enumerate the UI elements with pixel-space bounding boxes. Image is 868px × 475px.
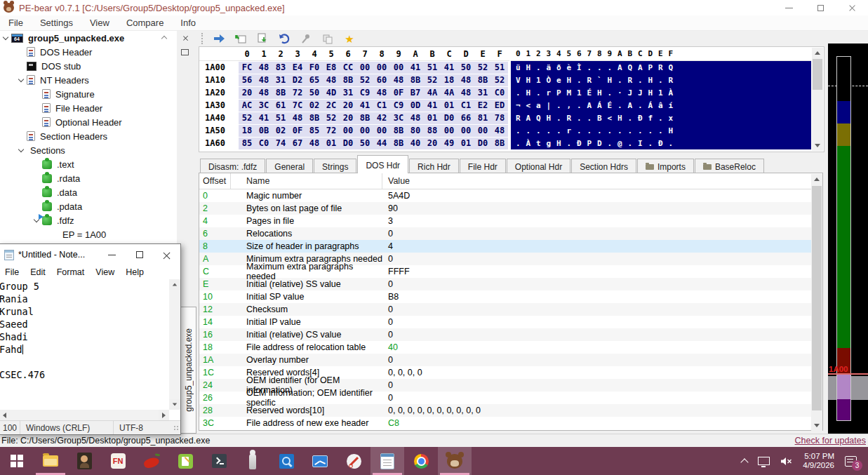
ascii-char-cell[interactable]: H bbox=[544, 114, 554, 123]
ascii-char-cell[interactable]: R bbox=[625, 76, 636, 85]
hex-byte-cell[interactable]: AC bbox=[239, 100, 255, 110]
hex-byte-cell[interactable]: 20 bbox=[424, 138, 441, 148]
hex-byte-cell[interactable]: 8B bbox=[306, 113, 323, 123]
notepad-menu-help[interactable]: Help bbox=[120, 267, 149, 277]
table-row-reserved-words-10[interactable]: 28Reserved words[10]0, 0, 0, 0, 0, 0, 0,… bbox=[199, 404, 822, 417]
hex-byte-cell[interactable]: 48 bbox=[255, 88, 272, 98]
ascii-char-cell[interactable]: D bbox=[594, 139, 605, 148]
ascii-char-cell[interactable]: P bbox=[554, 88, 564, 98]
ascii-char-cell[interactable]: . bbox=[585, 114, 595, 123]
ascii-char-cell[interactable]: 1 bbox=[655, 88, 666, 98]
ascii-char-cell[interactable]: . bbox=[544, 126, 554, 135]
hex-byte-cell[interactable]: 60 bbox=[373, 75, 390, 85]
hex-byte-cell[interactable]: 00 bbox=[441, 126, 458, 135]
ascii-char-cell[interactable]: H bbox=[564, 76, 575, 85]
ascii-char-cell[interactable]: A bbox=[585, 101, 595, 110]
hex-byte-cell[interactable]: 20 bbox=[340, 100, 356, 110]
hex-byte-cell[interactable]: 0B bbox=[255, 126, 272, 135]
ascii-char-cell[interactable]: . bbox=[574, 76, 585, 85]
hex-byte-cell[interactable]: 52 bbox=[323, 113, 340, 123]
hex-byte-cell[interactable]: 65 bbox=[306, 75, 323, 85]
clock[interactable]: 5:07 PM 4/9/2026 bbox=[803, 452, 834, 470]
hex-body[interactable]: 1A00FC4883E4F0E8CC0000004151415052511A10… bbox=[199, 61, 509, 149]
table-row-checksum[interactable]: 12Checksum0 bbox=[199, 303, 822, 316]
ascii-char-cell[interactable]: Ð bbox=[655, 139, 666, 148]
ascii-char-cell[interactable]: J bbox=[635, 88, 646, 98]
taskbar-chrome-icon[interactable] bbox=[404, 447, 438, 475]
ascii-char-cell[interactable]: . bbox=[554, 126, 564, 135]
hex-byte-cell[interactable]: 3C bbox=[255, 100, 272, 110]
ascii-char-cell[interactable]: P bbox=[585, 139, 595, 148]
hex-byte-cell[interactable]: C1 bbox=[373, 100, 390, 110]
hex-byte-cell[interactable]: 8B bbox=[390, 126, 407, 135]
notepad-menu-format[interactable]: Format bbox=[51, 267, 91, 277]
taskbar-notepad-plus-icon[interactable] bbox=[168, 447, 202, 475]
menu-info[interactable]: Info bbox=[172, 18, 204, 28]
ascii-char-cell[interactable]: H bbox=[605, 76, 615, 85]
ascii-char-cell[interactable]: Ð bbox=[574, 139, 585, 148]
hex-byte-cell[interactable]: 51 bbox=[491, 62, 508, 72]
ascii-char-cell[interactable]: . bbox=[666, 139, 676, 148]
ascii-row[interactable]: VH1ÒeH.R`H.R.H.R bbox=[513, 74, 811, 86]
hex-byte-cell[interactable]: 8B bbox=[407, 75, 424, 85]
ascii-char-cell[interactable]: . bbox=[574, 126, 585, 135]
ascii-char-cell[interactable]: R bbox=[513, 114, 523, 123]
hex-byte-cell[interactable]: 8B bbox=[474, 75, 491, 85]
notepad-close-button[interactable] bbox=[153, 244, 180, 265]
hex-byte-cell[interactable]: 18 bbox=[239, 126, 255, 135]
ascii-char-cell[interactable]: Q bbox=[625, 63, 636, 72]
hex-byte-cell[interactable]: 88 bbox=[424, 126, 441, 135]
hex-byte-cell[interactable]: 20 bbox=[239, 88, 255, 98]
hex-byte-cell[interactable]: 66 bbox=[458, 113, 474, 123]
taskbar-pepper-icon[interactable] bbox=[135, 447, 168, 475]
tree-item-file-header[interactable]: File Header bbox=[0, 101, 177, 115]
hex-byte-cell[interactable]: ED bbox=[491, 100, 508, 110]
ascii-char-cell[interactable]: < bbox=[523, 101, 534, 110]
ascii-row[interactable]: üH.äðèÌ...AQAPRQ bbox=[513, 61, 811, 74]
ascii-char-cell[interactable]: < bbox=[605, 114, 615, 123]
notepad-menu-edit[interactable]: Edit bbox=[25, 267, 51, 277]
section-segment-section-purple[interactable] bbox=[837, 399, 850, 420]
hex-byte-cell[interactable]: 51 bbox=[424, 62, 441, 72]
section-segment-section-green[interactable] bbox=[837, 146, 850, 348]
menu-compare[interactable]: Compare bbox=[118, 18, 172, 28]
dock-close-button[interactable] bbox=[179, 32, 192, 44]
ascii-char-cell[interactable]: ü bbox=[513, 63, 523, 72]
ascii-char-cell[interactable]: . bbox=[554, 101, 564, 110]
hex-byte-cell[interactable]: 44 bbox=[373, 138, 390, 148]
hex-byte-cell[interactable]: 48 bbox=[458, 88, 474, 98]
tab-disasm-fdfz[interactable]: Disasm: .fdfz bbox=[200, 159, 265, 173]
ascii-char-cell[interactable]: A bbox=[523, 114, 534, 123]
ascii-char-cell[interactable]: . bbox=[605, 63, 615, 72]
save-dump-button[interactable] bbox=[256, 32, 269, 45]
hex-byte-cell[interactable]: 00 bbox=[373, 126, 390, 135]
ascii-char-cell[interactable]: . bbox=[646, 126, 656, 135]
ascii-char-cell[interactable]: H bbox=[523, 63, 534, 72]
hex-row[interactable]: 1A2020488B72504D31C9480FB74A4A4831C0 bbox=[199, 86, 509, 99]
ascii-char-cell[interactable]: · bbox=[615, 88, 625, 98]
hex-byte-cell[interactable]: 52 bbox=[356, 75, 373, 85]
ascii-char-cell[interactable]: H bbox=[615, 114, 625, 123]
file-vertical-tab[interactable]: group5_unpacked.exe bbox=[180, 307, 196, 434]
hex-byte-cell[interactable]: 02 bbox=[272, 126, 289, 135]
hex-byte-cell[interactable]: 00 bbox=[474, 126, 491, 135]
hex-byte-cell[interactable]: 78 bbox=[491, 113, 508, 123]
scrollbar-thumb[interactable] bbox=[813, 59, 822, 90]
ascii-char-cell[interactable]: H bbox=[554, 139, 564, 148]
ascii-char-cell[interactable]: Q bbox=[666, 63, 676, 72]
ascii-char-cell[interactable]: . bbox=[615, 101, 625, 110]
hex-byte-cell[interactable]: D0 bbox=[474, 138, 491, 148]
dock-float-button[interactable] bbox=[181, 49, 189, 55]
ascii-char-cell[interactable]: R bbox=[666, 76, 676, 85]
hex-byte-cell[interactable]: 72 bbox=[323, 126, 340, 135]
table-row-initial-sp-value[interactable]: 10Initial SP valueB8 bbox=[199, 290, 822, 303]
compare-button[interactable] bbox=[321, 32, 334, 45]
taskbar-notepad-icon[interactable] bbox=[370, 447, 404, 475]
tree-item-dos-stub[interactable]: DOS stub bbox=[0, 59, 177, 73]
tree-item-fdfz[interactable]: .fdfz bbox=[0, 213, 177, 227]
ascii-row[interactable]: .H.rPM1ÉH.·JJH1À bbox=[513, 86, 811, 99]
hex-byte-cell[interactable]: 72 bbox=[289, 88, 306, 98]
tab-optional-hdr[interactable]: Optional Hdr bbox=[507, 159, 570, 173]
ascii-char-cell[interactable]: H bbox=[594, 88, 605, 98]
table-row-initial-ip-value[interactable]: 14Initial IP value0 bbox=[199, 316, 822, 328]
